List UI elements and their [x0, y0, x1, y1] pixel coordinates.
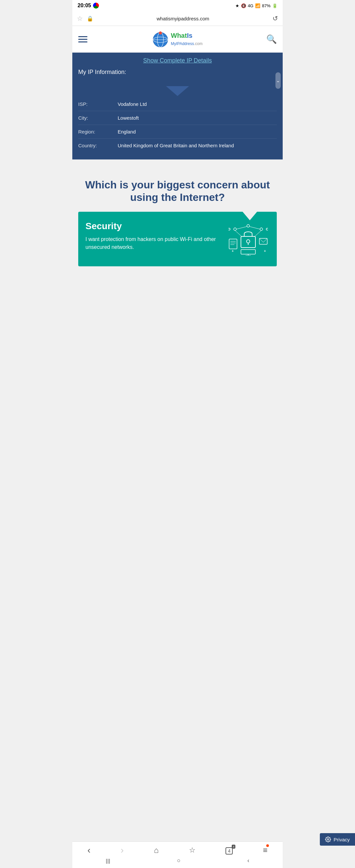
- svg-text:+: +: [232, 249, 234, 253]
- logo-top: WhatIs: [171, 32, 202, 39]
- svg-line-13: [250, 226, 260, 229]
- svg-point-11: [260, 228, 263, 230]
- globe-icon: [151, 30, 170, 48]
- svg-rect-20: [259, 238, 267, 244]
- svg-rect-6: [241, 237, 255, 248]
- signal-icon: 📶: [255, 3, 260, 8]
- bluetooth-icon: ★: [235, 3, 239, 8]
- site-logo[interactable]: WhatIs MyIPAddress.com: [151, 30, 202, 48]
- svg-rect-16: [229, 239, 237, 249]
- security-illustration: + +: [228, 223, 268, 255]
- my-ip-label: My IP Information:: [78, 69, 277, 75]
- country-row: Country: United Kingdom of Great Britain…: [78, 139, 277, 152]
- lock-icon: 🔒: [87, 16, 93, 22]
- browser-bar: ☆ 🔒 whatismyipaddress.com ↺: [72, 11, 283, 26]
- security-card-wrapper: Security I want protection from hackers …: [72, 212, 283, 274]
- battery-level: 87%: [262, 3, 270, 8]
- favorite-icon[interactable]: ☆: [77, 14, 83, 22]
- svg-point-9: [234, 228, 236, 230]
- svg-point-7: [247, 240, 250, 243]
- refresh-icon[interactable]: ↺: [272, 14, 278, 22]
- hamburger-line: [78, 41, 88, 42]
- card-triangle: [243, 212, 257, 220]
- status-bar: 20:05 ★ 🔇 4G 📶 87% 🔋: [72, 0, 283, 11]
- hamburger-line: [78, 36, 88, 37]
- city-row: City: Lowestoft: [78, 111, 277, 125]
- country-label: Country:: [78, 143, 118, 148]
- show-ip-details-link[interactable]: Show Complete IP Details: [78, 57, 277, 64]
- isp-label: ISP:: [78, 101, 118, 107]
- region-row: Region: England: [78, 125, 277, 139]
- status-right: ★ 🔇 4G 📶 87% 🔋: [235, 3, 278, 8]
- svg-line-14: [235, 230, 241, 237]
- region-label: Region:: [78, 129, 118, 134]
- status-time: 20:05: [77, 3, 91, 8]
- bottom-spacer: [72, 274, 283, 314]
- mute-icon: 🔇: [241, 3, 246, 8]
- site-header: WhatIs MyIPAddress.com 🔍: [72, 26, 283, 53]
- security-card-text: Security I want protection from hackers …: [86, 221, 222, 251]
- region-value: England: [118, 129, 277, 134]
- city-value: Lowestoft: [118, 115, 277, 121]
- country-value: United Kingdom of Great Britain and Nort…: [118, 143, 277, 148]
- arrow-up-icon: [166, 86, 189, 96]
- city-label: City:: [78, 115, 118, 121]
- svg-point-24: [228, 228, 230, 230]
- ip-details: ISP: Vodafone Ltd City: Lowestoft Region…: [72, 97, 283, 159]
- svg-point-25: [266, 228, 268, 230]
- arrow-section: [72, 84, 283, 97]
- logo-text: WhatIs MyIPAddress.com: [171, 32, 202, 46]
- security-card-icon: + +: [227, 221, 269, 257]
- security-card-desc: I want protection from hackers on public…: [86, 236, 222, 251]
- ip-banner: Show Complete IP Details My IP Informati…: [72, 53, 283, 84]
- svg-text:+: +: [264, 249, 266, 253]
- question-section: Which is your biggest concern about usin…: [72, 167, 283, 212]
- network-type: 4G: [248, 3, 253, 8]
- section-divider: [72, 159, 283, 167]
- svg-line-15: [255, 230, 261, 237]
- search-icon[interactable]: 🔍: [266, 34, 277, 44]
- isp-row: ISP: Vodafone Ltd: [78, 97, 277, 111]
- battery-icon: 🔋: [272, 3, 278, 8]
- security-card-title: Security: [86, 221, 222, 231]
- hamburger-line: [78, 39, 88, 40]
- svg-point-10: [247, 224, 250, 227]
- svg-line-12: [236, 226, 247, 229]
- browser-url[interactable]: whatismyipaddress.com: [97, 16, 268, 21]
- question-title: Which is your biggest concern about usin…: [79, 179, 276, 204]
- security-card[interactable]: Security I want protection from hackers …: [78, 212, 277, 266]
- logo-bottom: MyIPAddress.com: [171, 39, 202, 46]
- isp-value: Vodafone Ltd: [118, 101, 277, 107]
- scroll-indicator[interactable]: [276, 72, 281, 89]
- svg-rect-21: [241, 250, 255, 254]
- status-left: 20:05: [77, 3, 99, 8]
- hamburger-menu[interactable]: [78, 36, 88, 42]
- camera-icon: [93, 3, 99, 8]
